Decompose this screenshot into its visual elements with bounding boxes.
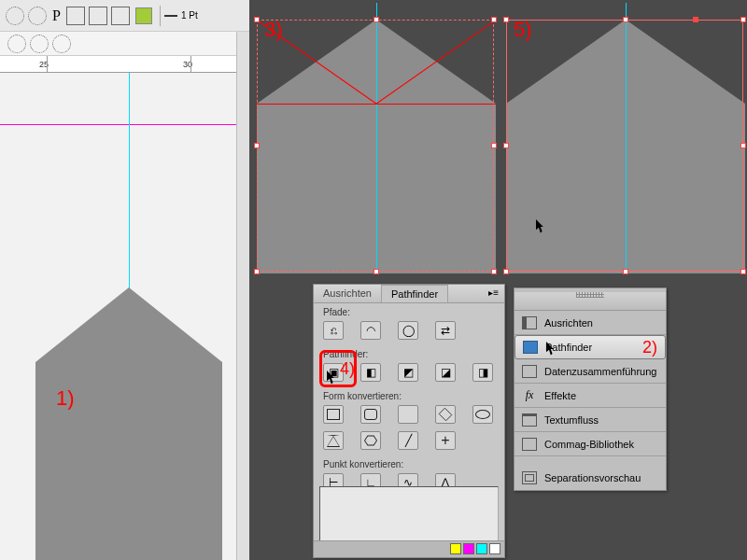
section-convert-point-label: Punkt konvertieren: (314, 455, 504, 471)
flyout-label: Pathfinder (545, 342, 592, 353)
swatch-white[interactable] (489, 543, 500, 554)
swatch-magenta[interactable] (463, 543, 474, 554)
flyout-item-pathfinder[interactable]: Pathfinder 2) (514, 335, 666, 359)
library-icon (522, 438, 537, 451)
step-3-label: 3) (264, 18, 283, 42)
tool-icon[interactable] (52, 35, 71, 53)
shape-ellipse-button[interactable] (472, 405, 493, 424)
step-5-label: 5) (514, 18, 532, 42)
scrollbar-vertical[interactable] (236, 32, 249, 560)
pathfinder-icon (523, 341, 538, 354)
path-reverse-button[interactable]: ⇄ (435, 321, 456, 340)
preview-step-3: 3) (257, 3, 496, 273)
pathfinder-panel: Ausrichten Pathfinder ▸≡ Pfade: ⎌ ◠ ◯ ⇄ … (313, 284, 505, 558)
effects-icon: fx (522, 389, 537, 402)
document-canvas: P 1 Pt 25 30 1) (0, 0, 249, 560)
pathfinder-subtract-button[interactable]: ◧ (360, 363, 381, 382)
textwrap-icon (522, 413, 537, 427)
house-shape-roof[interactable] (35, 287, 222, 362)
flyout-item-bibliothek[interactable]: Commag-Bibliothek (514, 432, 666, 456)
selection-bounds (506, 20, 743, 272)
tool-icon[interactable] (89, 7, 107, 25)
section-convert-shape-label: Form konvertieren: (314, 387, 504, 403)
flyout-item-textumfluss[interactable]: Textumfluss (514, 408, 666, 432)
swatch-cyan[interactable] (476, 543, 487, 554)
tool-icon[interactable] (7, 35, 26, 53)
panel-tabs: Ausrichten Pathfinder ▸≡ (314, 285, 504, 303)
tool-icon[interactable] (28, 7, 47, 25)
separator (160, 6, 161, 26)
swatch-row (450, 543, 500, 554)
flyout-label: Separationsvorschau (544, 472, 641, 483)
pathfinder-minus-back-button[interactable]: ◨ (472, 363, 493, 382)
shape-inverse-round-button[interactable] (435, 405, 456, 424)
step-4-label: 4) (340, 359, 355, 379)
flyout-item-effekte[interactable]: fx Effekte (514, 384, 666, 408)
separations-icon (522, 471, 537, 484)
shape-roundrect-button[interactable] (360, 405, 381, 424)
flyout-label: Commag-Bibliothek (544, 439, 634, 450)
preview-step-5: 5) (506, 3, 745, 273)
flyout-label: Textumfluss (544, 414, 599, 426)
horizontal-ruler: 25 30 (0, 56, 249, 73)
flyout-item-ausrichten[interactable]: Ausrichten (514, 311, 666, 335)
tab-ausrichten[interactable]: Ausrichten (314, 285, 382, 302)
panel-flyout: Ausrichten Pathfinder 2) Datenzusammenfü… (514, 287, 667, 491)
section-paths-label: Pfade: (314, 303, 504, 319)
toolbar-row-2 (0, 32, 249, 56)
convert-shape-row-1 (314, 403, 504, 429)
panel-grip[interactable] (514, 292, 666, 311)
shape-line-button[interactable]: ╱ (398, 431, 418, 450)
pathfinder-exclude-button[interactable]: ◪ (435, 363, 456, 382)
step-1-label: 1) (56, 386, 75, 411)
flyout-label: Effekte (544, 390, 576, 401)
shape-bevel-button[interactable] (398, 405, 418, 424)
paths-row: ⎌ ◠ ◯ ⇄ (314, 319, 504, 345)
panel-footer (314, 540, 504, 557)
shape-orthogonal-line-button[interactable]: + (435, 431, 456, 450)
shape-triangle-button[interactable] (323, 431, 344, 450)
align-icon (522, 316, 537, 329)
tool-icon[interactable] (111, 7, 130, 25)
tab-pathfinder[interactable]: Pathfinder (382, 285, 448, 302)
step-2-label: 2) (642, 338, 657, 357)
path-close-button[interactable]: ◯ (398, 321, 418, 340)
type-tool-icon[interactable]: P (52, 7, 61, 24)
swatch-yellow[interactable] (450, 543, 461, 554)
flyout-item-datenzusammenfuehrung[interactable]: Datenzusammenführung (514, 359, 666, 384)
fill-swatch[interactable] (135, 7, 152, 24)
path-join-button[interactable]: ⎌ (323, 321, 344, 340)
shape-rect-button[interactable] (323, 405, 344, 424)
convert-shape-row-2: ╱ + (314, 429, 504, 455)
guide-horizontal (0, 124, 249, 125)
top-toolbar: P 1 Pt (0, 0, 249, 32)
shape-polygon-button[interactable] (360, 431, 381, 450)
canvas[interactable]: 1) (0, 73, 249, 560)
path-open-button[interactable]: ◠ (360, 321, 381, 340)
tool-icon[interactable] (30, 35, 49, 53)
flyout-item-separationsvorschau[interactable]: Separationsvorschau (514, 466, 666, 490)
tool-icon[interactable] (6, 7, 24, 25)
stroke-weight-label[interactable]: 1 Pt (181, 10, 198, 21)
stroke-icon[interactable] (164, 15, 177, 17)
data-merge-icon (522, 365, 537, 378)
tool-icon[interactable] (66, 7, 85, 25)
flyout-label: Datenzusammenführung (544, 366, 656, 377)
selection-bounds (257, 20, 494, 272)
pathfinder-intersect-button[interactable]: ◩ (398, 363, 418, 382)
flyout-label: Ausrichten (544, 317, 593, 329)
panel-menu-icon[interactable]: ▸≡ (483, 285, 504, 302)
